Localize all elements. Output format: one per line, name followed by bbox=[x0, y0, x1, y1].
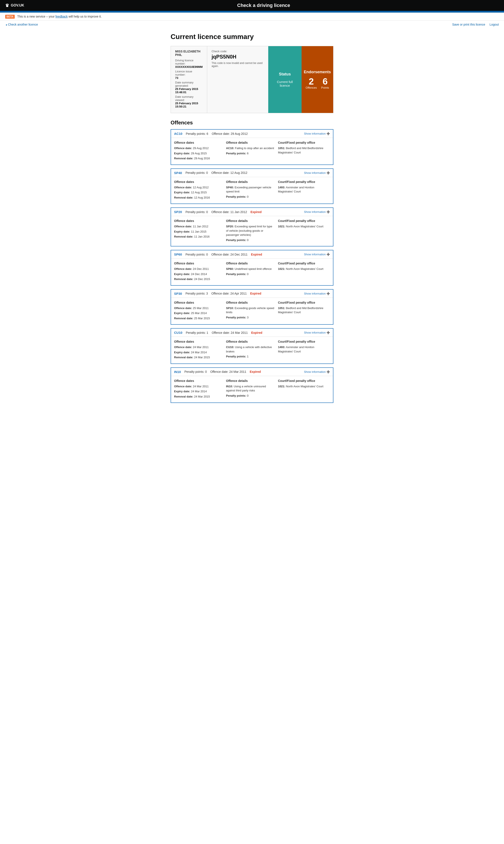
check-code-label: Check code: bbox=[212, 50, 264, 53]
save-print-link[interactable]: Save or print this licence bbox=[452, 23, 485, 26]
summary-viewed-label: Date summary viewed: bbox=[175, 95, 194, 102]
offence-code: SP20 bbox=[174, 210, 182, 214]
details-heading: Offence details bbox=[226, 219, 274, 223]
offences-heading: Offences bbox=[170, 120, 334, 126]
summary-viewed-row: Date summary viewed: 25 February 2015 15… bbox=[175, 95, 203, 108]
dates-heading: Offence dates bbox=[174, 180, 222, 184]
court-heading: Court/Fixed penalty office bbox=[278, 141, 326, 144]
offence-code: IN10 bbox=[174, 370, 181, 374]
status-value: Current full licence bbox=[273, 80, 296, 87]
offence-penalty-points: Penalty points: 3 bbox=[185, 292, 208, 295]
offences-list: AC10 Penalty points: 6 Offence date: 29 … bbox=[170, 129, 334, 403]
details-heading: Offence details bbox=[226, 340, 274, 343]
offence-card: AC10 Penalty points: 6 Offence date: 29 … bbox=[170, 129, 334, 165]
offence-details-col: Offence details SP10: Exceeding goods ve… bbox=[226, 301, 278, 322]
offence-date: Offence date: 25 Mar 2011 bbox=[174, 306, 222, 310]
offence-dates-col: Offence dates Offence date: 24 Mar 2011 … bbox=[174, 379, 226, 400]
court-info: 1021: North Avon Magistrates' Court bbox=[278, 267, 326, 271]
dates-heading: Offence dates bbox=[174, 301, 222, 304]
issue-number-value: 73 bbox=[175, 76, 178, 80]
offence-penalty-points: Penalty points: 0 bbox=[185, 171, 208, 174]
offence-date: Offence date: 12 Aug 2012 bbox=[174, 185, 222, 190]
offence-header-left: SP20 Penalty points: 0 Offence date: 11 … bbox=[174, 210, 262, 214]
offence-date-summary: Offence date: 29 Aug 2012 bbox=[212, 132, 248, 136]
offence-header-left: SP30 Penalty points: 3 Offence date: 24 … bbox=[174, 292, 261, 295]
beta-tag: BETA bbox=[5, 15, 15, 19]
detail-code-desc: CU10: Using a vehicle with defective bra… bbox=[226, 345, 274, 354]
offence-header: IN10 Penalty points: 0 Offence date: 24 … bbox=[171, 368, 333, 376]
status-endorsements: Status Current full licence Endorsements… bbox=[268, 46, 333, 113]
crown-icon: ♛ bbox=[5, 3, 9, 8]
removal-date: Removal date: 25 Mar 2015 bbox=[174, 316, 222, 321]
expired-badge: Expired bbox=[251, 210, 262, 214]
status-title: Status bbox=[279, 72, 291, 76]
details-heading: Offence details bbox=[226, 262, 274, 265]
court-info: 1051: Bedford and Mid Bedfordshire Magis… bbox=[278, 146, 326, 155]
endorsements-numbers: 2 Offences 6 Points bbox=[306, 77, 329, 89]
expired-badge: Expired bbox=[251, 331, 262, 334]
expiry-date: Expiry date: 24 Mar 2014 bbox=[174, 389, 222, 394]
issue-number-label: Licence issue number: bbox=[175, 70, 192, 76]
offence-header-left: SP40 Penalty points: 0 Offence date: 12 … bbox=[174, 171, 248, 175]
detail-points: Penalty points: 0 bbox=[226, 272, 274, 276]
offence-details-col: Offence details SP40: Exceeding passenge… bbox=[226, 180, 278, 201]
details-heading: Offence details bbox=[226, 141, 274, 144]
detail-code-desc: SP60: Undefined speed limit offence bbox=[226, 267, 274, 271]
offence-date: Offence date: 24 Mar 2011 bbox=[174, 345, 222, 349]
offence-body: Offence dates Offence date: 12 Aug 2012 … bbox=[171, 177, 333, 204]
offence-card: CU10 Penalty points: 1 Offence date: 24 … bbox=[170, 328, 334, 364]
nav-bar: Check another licence Save or print this… bbox=[0, 21, 504, 29]
show-info-link[interactable]: Show information ➕ bbox=[304, 292, 330, 295]
court-info: 1051: Bedford and Mid Bedfordshire Magis… bbox=[278, 306, 326, 314]
offence-dates-col: Offence dates Offence date: 11 Jan 2012 … bbox=[174, 219, 226, 243]
court-col: Court/Fixed penalty office 1493: Axminst… bbox=[278, 180, 330, 201]
main-content: Current licence summary MISS ELIZABETH P… bbox=[165, 33, 339, 415]
logout-link[interactable]: Logout bbox=[489, 23, 499, 26]
dates-heading: Offence dates bbox=[174, 262, 222, 265]
removal-date: Removal date: 24 Mar 2015 bbox=[174, 355, 222, 360]
check-another-link[interactable]: Check another licence bbox=[5, 23, 38, 26]
show-info-link[interactable]: Show information ➕ bbox=[304, 370, 330, 374]
offence-body: Offence dates Offence date: 25 Mar 2011 … bbox=[171, 298, 333, 325]
offence-code: SP60 bbox=[174, 253, 182, 256]
page-title: Check a driving licence bbox=[29, 3, 499, 8]
endorsements-panel: Endorsements 2 Offences 6 Points bbox=[302, 46, 333, 113]
expiry-date: Expiry date: 24 Dec 2014 bbox=[174, 272, 222, 276]
court-heading: Court/Fixed penalty office bbox=[278, 180, 326, 184]
offence-header: SP40 Penalty points: 0 Offence date: 12 … bbox=[171, 169, 333, 177]
beta-text2: will help us to improve it. bbox=[69, 15, 102, 18]
offence-date-summary: Offence date: 24 Apr 2011 bbox=[211, 292, 247, 295]
summary-card: MISS ELIZABETH PHIL Driving licence numb… bbox=[170, 46, 334, 113]
offences-count: 2 bbox=[309, 77, 314, 86]
offence-penalty-points: Penalty points: 1 bbox=[186, 331, 208, 334]
feedback-link[interactable]: feedback bbox=[55, 15, 68, 18]
offence-header-left: CU10 Penalty points: 1 Offence date: 24 … bbox=[174, 331, 263, 334]
issue-number-row: Licence issue number: 73 bbox=[175, 70, 203, 80]
show-info-link[interactable]: Show information ➕ bbox=[304, 331, 330, 334]
beta-text: This is a new service – your bbox=[17, 15, 55, 18]
expired-badge: Expired bbox=[251, 253, 262, 256]
offence-dates-col: Offence dates Offence date: 29 Aug 2012 … bbox=[174, 141, 226, 161]
summary-generated-label: Date summary generated: bbox=[175, 81, 194, 87]
removal-date: Removal date: 11 Jan 2016 bbox=[174, 235, 222, 239]
offence-details-col: Offence details SP20: Exceeding speed li… bbox=[226, 219, 278, 243]
summary-generated-row: Date summary generated: 25 February 2015… bbox=[175, 81, 203, 94]
offence-penalty-points: Penalty points: 0 bbox=[185, 210, 208, 214]
offence-header: SP30 Penalty points: 3 Offence date: 24 … bbox=[171, 290, 333, 298]
page-header: ♛ GOV.UK Check a driving licence bbox=[0, 0, 504, 11]
check-code-section: Check code: jqPS5N0H This code is now in… bbox=[207, 46, 268, 113]
offence-body: Offence dates Offence date: 29 Aug 2012 … bbox=[171, 138, 333, 165]
show-info-link[interactable]: Show information ➕ bbox=[304, 132, 330, 135]
page-heading: Current licence summary bbox=[170, 33, 334, 41]
offence-dates-col: Offence dates Offence date: 24 Mar 2011 … bbox=[174, 340, 226, 360]
offence-date-summary: Offence date: 11 Jan 2012 bbox=[211, 210, 247, 214]
removal-date: Removal date: 24 Mar 2015 bbox=[174, 395, 222, 399]
points-count: 6 bbox=[323, 77, 327, 86]
show-info-link[interactable]: Show information ➕ bbox=[304, 253, 330, 256]
offence-card: SP20 Penalty points: 0 Offence date: 11 … bbox=[170, 207, 334, 246]
dates-heading: Offence dates bbox=[174, 340, 222, 343]
offence-code: SP40 bbox=[174, 171, 182, 175]
show-info-link[interactable]: Show information ➕ bbox=[304, 171, 330, 174]
offence-header-left: SP60 Penalty points: 0 Offence date: 24 … bbox=[174, 253, 262, 256]
show-info-link[interactable]: Show information ➕ bbox=[304, 210, 330, 213]
